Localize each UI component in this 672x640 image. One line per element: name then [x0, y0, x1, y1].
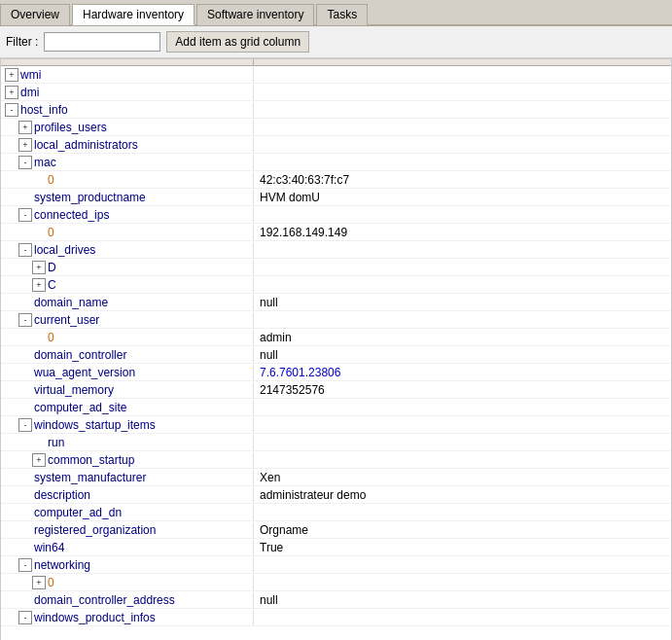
property-name: computer_ad_site: [34, 401, 126, 414]
property-name: win64: [34, 541, 64, 554]
property-value: [254, 459, 671, 461]
add-item-button[interactable]: Add item as grid column: [166, 31, 309, 53]
tab-overview[interactable]: Overview: [0, 4, 70, 25]
table-row: +local_administrators: [1, 136, 671, 154]
collapse-icon[interactable]: -: [18, 313, 32, 327]
expand-icon[interactable]: +: [32, 278, 46, 292]
property-name: connected_ips: [34, 208, 109, 222]
table-row: computer_ad_site: [1, 399, 671, 416]
property-value: True: [254, 540, 671, 555]
collapse-icon[interactable]: -: [18, 611, 32, 624]
tab-hardware-inventory[interactable]: Hardware inventory: [72, 4, 195, 25]
table-row: +profiles_users: [1, 119, 671, 136]
property-value: [254, 424, 671, 426]
property-name: local_administrators: [34, 138, 138, 152]
tree-table[interactable]: +wmi+dmi-host_info+profiles_users+local_…: [0, 58, 672, 640]
property-name: wua_agent_version: [34, 366, 135, 379]
property-name: host_info: [20, 103, 68, 117]
property-value: Orgname: [254, 522, 671, 538]
collapse-icon[interactable]: -: [18, 208, 32, 222]
table-row: registered_organizationOrgname: [1, 521, 671, 539]
main-area: +wmi+dmi-host_info+profiles_users+local_…: [0, 58, 672, 640]
property-value: [254, 582, 671, 584]
table-row: 042:c3:40:63:7f:c7: [1, 171, 671, 189]
expand-icon[interactable]: +: [32, 453, 46, 467]
property-name: computer_ad_dn: [34, 506, 122, 519]
property-value: [254, 442, 671, 444]
property-value: [254, 249, 671, 251]
table-row: domain_namenull: [1, 294, 671, 311]
property-value: [254, 214, 671, 216]
property-name: 0: [48, 173, 54, 187]
property-name: mac: [34, 156, 56, 169]
table-row: -mac: [1, 154, 671, 171]
property-name: virtual_memory: [34, 383, 114, 397]
table-row: +common_startup: [1, 451, 671, 469]
table-row: domain_controllernull: [1, 346, 671, 364]
expand-icon[interactable]: +: [18, 138, 32, 152]
property-value: [254, 407, 671, 409]
collapse-icon[interactable]: -: [18, 243, 32, 257]
property-name: system_manufacturer: [34, 471, 146, 484]
property-name: common_startup: [48, 453, 134, 467]
property-value: 42:c3:40:63:7f:c7: [254, 172, 671, 188]
table-row: +C: [1, 276, 671, 294]
property-value: admin: [254, 330, 671, 345]
property-value: [254, 617, 671, 619]
property-value: HVM domU: [254, 190, 671, 205]
expand-icon[interactable]: +: [5, 86, 18, 99]
collapse-icon[interactable]: -: [5, 103, 18, 117]
property-name: registered_organization: [34, 523, 156, 537]
expand-icon[interactable]: +: [18, 121, 32, 134]
property-name: domain_name: [34, 296, 108, 309]
property-name: networking: [34, 558, 90, 572]
table-row: +wmi: [1, 66, 671, 84]
property-name: current_user: [34, 313, 99, 327]
collapse-icon[interactable]: -: [18, 156, 32, 169]
table-row: wua_agent_version7.6.7601.23806: [1, 364, 671, 381]
table-row: descriptionadministrateur demo: [1, 486, 671, 504]
property-value: null: [254, 347, 671, 363]
table-row: -current_user: [1, 311, 671, 329]
expand-icon[interactable]: +: [32, 576, 46, 589]
expand-icon[interactable]: +: [5, 68, 18, 82]
table-row: -windows_product_infos: [1, 609, 671, 626]
property-value: 192.168.149.149: [254, 225, 671, 240]
table-row: system_productnameHVM domU: [1, 189, 671, 206]
table-row: -windows_startup_items: [1, 416, 671, 434]
expand-icon[interactable]: +: [32, 261, 46, 274]
property-name: domain_controller_address: [34, 593, 175, 607]
property-name: description: [34, 488, 90, 502]
table-row: system_manufacturerXen: [1, 469, 671, 486]
tab-tasks[interactable]: Tasks: [316, 4, 368, 25]
property-name: system_productname: [34, 191, 146, 204]
tab-software-inventory[interactable]: Software inventory: [196, 4, 314, 25]
tabs-bar: Overview Hardware inventory Software inv…: [0, 0, 672, 26]
filter-bar: Filter : Add item as grid column: [0, 26, 672, 58]
property-value: [254, 564, 671, 566]
property-name: 0: [48, 576, 54, 589]
property-name: windows_product_infos: [34, 611, 156, 624]
filter-input[interactable]: [44, 32, 160, 52]
property-value: 7.6.7601.23806: [254, 365, 671, 380]
collapse-icon[interactable]: -: [18, 418, 32, 432]
property-name: domain_controller: [34, 348, 126, 362]
property-value: null: [254, 295, 671, 310]
property-value: [254, 91, 671, 93]
table-row: -connected_ips: [1, 206, 671, 224]
table-row: -host_info: [1, 101, 671, 119]
property-value: [254, 161, 671, 163]
property-name: dmi: [20, 86, 39, 99]
collapse-icon[interactable]: -: [18, 558, 32, 572]
table-row: +0: [1, 574, 671, 591]
property-value: Xen: [254, 470, 671, 485]
property-value: [254, 512, 671, 514]
filter-label: Filter :: [6, 35, 38, 49]
property-value: [254, 126, 671, 128]
property-name: C: [48, 278, 56, 292]
property-value: [254, 319, 671, 321]
property-value: [254, 267, 671, 268]
property-name: 0: [48, 226, 54, 239]
property-value: [254, 74, 671, 76]
column-header: [1, 59, 671, 66]
